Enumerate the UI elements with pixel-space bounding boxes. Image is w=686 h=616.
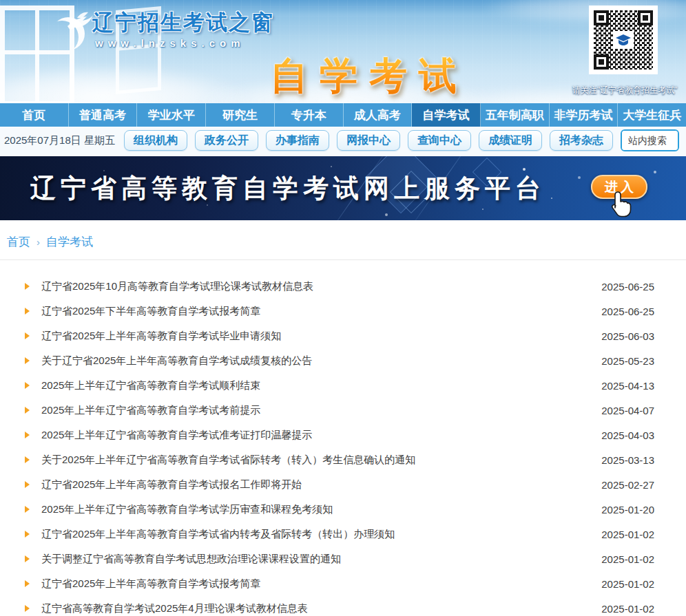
current-date: 2025年07月18日 星期五 bbox=[4, 134, 115, 147]
bullet-triangle-icon bbox=[25, 506, 30, 513]
site-logo-icon bbox=[45, 14, 94, 56]
news-title-link[interactable]: 辽宁省2025年上半年高等教育自学考试报考简章 bbox=[41, 577, 588, 591]
news-date: 2025-01-02 bbox=[601, 578, 654, 590]
section-banner-title: 自学考试 bbox=[270, 51, 468, 102]
secondary-toolbar: 2025年07月18日 星期五 组织机构 政务公开 办事指南 网报中心 查询中心… bbox=[0, 127, 686, 156]
exam-magazine-button[interactable]: 招考杂志 bbox=[550, 130, 613, 151]
sparkle-dots bbox=[0, 156, 1, 158]
news-date: 2025-06-25 bbox=[601, 281, 654, 293]
bullet-triangle-icon bbox=[25, 580, 30, 587]
bullet-triangle-icon bbox=[25, 605, 30, 612]
gov-affairs-button[interactable]: 政务公开 bbox=[195, 130, 258, 151]
bullet-triangle-icon bbox=[25, 308, 30, 315]
qr-finder-square bbox=[594, 10, 609, 25]
bullet-triangle-icon bbox=[25, 531, 30, 538]
news-title-link[interactable]: 关于2025年上半年辽宁省高等教育自学考试省际转考（转入）考生信息确认的通知 bbox=[41, 454, 588, 467]
news-title-link[interactable]: 2025年上半年辽宁省高等教育自学考试考前提示 bbox=[41, 404, 588, 417]
news-item: 辽宁省2025年10月高等教育自学考试理论课考试教材信息表 2025-06-25 bbox=[0, 274, 686, 299]
news-title-link[interactable]: 辽宁省2025年上半年高等教育自学考试毕业申请须知 bbox=[41, 330, 588, 343]
news-title-link[interactable]: 2025年上半年辽宁省高等教育自学考试顺利结束 bbox=[41, 379, 588, 392]
service-guide-button[interactable]: 办事指南 bbox=[266, 130, 329, 151]
news-date: 2025-01-02 bbox=[601, 529, 654, 540]
news-item: 辽宁省2025年上半年高等教育自学考试报名工作即将开始 2025-02-27 bbox=[0, 472, 686, 497]
nav-item-five-year-vocational[interactable]: 五年制高职 bbox=[481, 103, 550, 127]
nav-item-academic-level[interactable]: 学业水平 bbox=[137, 103, 206, 127]
news-date: 2025-04-03 bbox=[601, 429, 654, 441]
news-title-link[interactable]: 关于辽宁省2025年上半年高等教育自学考试成绩复核的公告 bbox=[41, 354, 588, 368]
org-structure-button[interactable]: 组织机构 bbox=[124, 130, 187, 151]
news-item: 关于调整辽宁省高等教育自学考试思想政治理论课课程设置的通知 2025-01-02 bbox=[0, 546, 686, 571]
news-title-link[interactable]: 辽宁省2025年上半年高等教育自学考试省内转考及省际转考（转出）办理须知 bbox=[41, 528, 588, 541]
search-input[interactable] bbox=[622, 131, 679, 150]
news-item: 辽宁省2025年上半年高等教育自学考试省内转考及省际转考（转出）办理须知 202… bbox=[0, 522, 686, 546]
news-item: 2025年上半年辽宁省高等教育自学考试准考证打印温馨提示 2025-04-03 bbox=[0, 423, 686, 447]
nav-item-self-study-exam[interactable]: 自学考试 bbox=[412, 103, 481, 127]
qr-caption: 请关注"辽宁省教育招生考试" bbox=[563, 85, 686, 96]
bullet-triangle-icon bbox=[25, 382, 30, 389]
nav-item-adult-exam[interactable]: 成人高考 bbox=[344, 103, 413, 127]
nav-item-student-enlistment[interactable]: 大学生征兵 bbox=[618, 103, 686, 127]
breadcrumb-home-link[interactable]: 首页 bbox=[7, 234, 30, 250]
site-header: 辽宁招生考试之窗 www.lnzsks.com 自学考试 请关注"辽宁省教育招生… bbox=[0, 0, 686, 103]
main-nav: 首页 普通高考 学业水平 研究生 专升本 成人高考 自学考试 五年制高职 非学历… bbox=[0, 103, 686, 127]
news-date: 2025-01-02 bbox=[601, 603, 654, 615]
news-date: 2025-06-25 bbox=[601, 306, 654, 317]
bullet-triangle-icon bbox=[25, 555, 30, 562]
bullet-triangle-icon bbox=[25, 357, 30, 364]
news-list: 辽宁省2025年10月高等教育自学考试理论课考试教材信息表 2025-06-25… bbox=[0, 260, 686, 616]
news-item: 关于2025年上半年辽宁省高等教育自学考试省际转考（转入）考生信息确认的通知 2… bbox=[0, 447, 686, 472]
news-item: 辽宁省2025年下半年高等教育自学考试报考简章 2025-06-25 bbox=[0, 299, 686, 323]
dove-icon bbox=[63, 11, 94, 32]
news-date: 2025-04-13 bbox=[601, 380, 654, 392]
nav-item-home[interactable]: 首页 bbox=[0, 103, 69, 127]
qr-pattern bbox=[594, 10, 653, 70]
hand-pointer-icon bbox=[610, 191, 633, 218]
nav-item-zhuanshengben[interactable]: 专升本 bbox=[275, 103, 344, 127]
news-date: 2025-02-27 bbox=[601, 479, 654, 491]
nav-item-graduate[interactable]: 研究生 bbox=[206, 103, 275, 127]
nav-item-gaokao[interactable]: 普通高考 bbox=[69, 103, 138, 127]
nav-item-non-degree-exam[interactable]: 非学历考试 bbox=[550, 103, 619, 127]
bullet-triangle-icon bbox=[25, 283, 30, 290]
news-title-link[interactable]: 辽宁省高等教育自学考试2025年4月理论课考试教材信息表 bbox=[41, 602, 588, 615]
graduation-cap-icon bbox=[613, 31, 634, 49]
site-url: www.lnzsks.com bbox=[95, 37, 245, 49]
service-platform-banner[interactable]: 辽宁省高等教育自学考试网上服务平台 进入 bbox=[0, 156, 686, 220]
breadcrumb: 首页 › 自学考试 bbox=[0, 234, 686, 260]
news-date: 2025-06-03 bbox=[601, 330, 654, 342]
qr-code bbox=[589, 6, 658, 74]
news-item: 2025年上半年辽宁省高等教育自学考试考前提示 2025-04-07 bbox=[0, 398, 686, 423]
query-center-button[interactable]: 查询中心 bbox=[408, 130, 471, 151]
site-name: 辽宁招生考试之窗 bbox=[92, 8, 274, 37]
news-item: 辽宁省高等教育自学考试2025年4月理论课考试教材信息表 2025-01-02 bbox=[0, 596, 686, 616]
news-item: 辽宁省2025年上半年高等教育自学考试报考简章 2025-01-02 bbox=[0, 571, 686, 596]
news-title-link[interactable]: 2025年上半年辽宁省高等教育自学考试准考证打印温馨提示 bbox=[41, 429, 588, 442]
news-title-link[interactable]: 辽宁省2025年下半年高等教育自学考试报考简章 bbox=[41, 305, 588, 318]
breadcrumb-separator: › bbox=[37, 236, 40, 248]
news-date: 2025-05-23 bbox=[601, 355, 654, 367]
breadcrumb-current-link[interactable]: 自学考试 bbox=[46, 234, 93, 250]
news-item: 2025年上半年辽宁省高等教育自学考试学历审查和课程免考须知 2025-01-2… bbox=[0, 497, 686, 522]
news-date: 2025-03-13 bbox=[601, 454, 654, 466]
news-title-link[interactable]: 辽宁省2025年10月高等教育自学考试理论课考试教材信息表 bbox=[41, 280, 588, 293]
bullet-triangle-icon bbox=[25, 432, 30, 438]
news-title-link[interactable]: 关于调整辽宁省高等教育自学考试思想政治理论课课程设置的通知 bbox=[41, 553, 588, 566]
site-search bbox=[621, 129, 679, 151]
score-certificate-button[interactable]: 成绩证明 bbox=[479, 130, 542, 151]
bullet-triangle-icon bbox=[25, 407, 30, 414]
news-item: 辽宁省2025年上半年高等教育自学考试毕业申请须知 2025-06-03 bbox=[0, 323, 686, 348]
bullet-triangle-icon bbox=[25, 481, 30, 488]
qr-finder-square bbox=[594, 54, 609, 70]
qr-finder-square bbox=[638, 10, 653, 25]
news-date: 2025-01-02 bbox=[601, 553, 654, 565]
news-item: 关于辽宁省2025年上半年高等教育自学考试成绩复核的公告 2025-05-23 bbox=[0, 348, 686, 373]
online-report-center-button[interactable]: 网报中心 bbox=[337, 130, 400, 151]
news-date: 2025-01-20 bbox=[601, 504, 654, 516]
news-title-link[interactable]: 2025年上半年辽宁省高等教育自学考试学历审查和课程免考须知 bbox=[41, 503, 588, 516]
news-date: 2025-04-07 bbox=[601, 405, 654, 416]
banner-title: 辽宁省高等教育自学考试网上服务平台 bbox=[30, 171, 545, 206]
news-item: 2025年上半年辽宁省高等教育自学考试顺利结束 2025-04-13 bbox=[0, 373, 686, 398]
bullet-triangle-icon bbox=[25, 332, 30, 339]
main-content: 首页 › 自学考试 辽宁省2025年10月高等教育自学考试理论课考试教材信息表 … bbox=[0, 220, 686, 616]
news-title-link[interactable]: 辽宁省2025年上半年高等教育自学考试报名工作即将开始 bbox=[41, 478, 588, 491]
